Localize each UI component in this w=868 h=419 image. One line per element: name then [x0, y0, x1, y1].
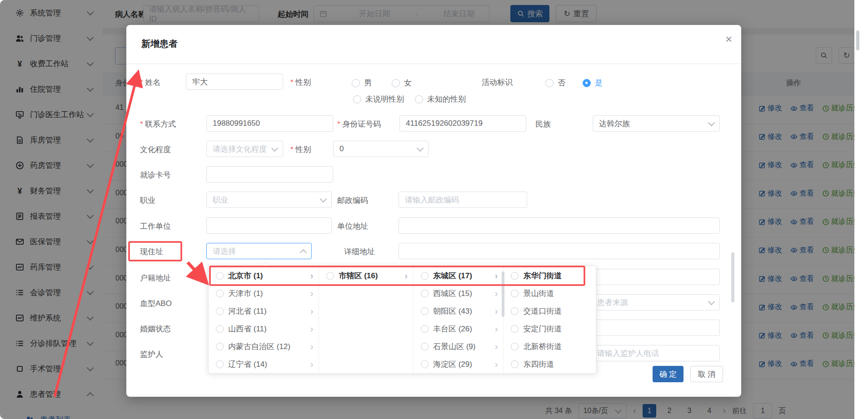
- cascader-street-option[interactable]: 北新桥街道: [504, 338, 596, 355]
- cascader-district-option[interactable]: 东城区 (17) ›: [414, 267, 504, 285]
- radio-icon: [216, 272, 224, 280]
- nation-select[interactable]: 达斡尔族: [593, 115, 720, 132]
- chevron-down-icon: [708, 298, 715, 305]
- cascader-district-option[interactable]: 石景山区 (9) ›: [414, 338, 504, 355]
- cascader-province-option[interactable]: 辽宁省 (14) ›: [209, 355, 319, 373]
- name-input[interactable]: 牢大: [186, 74, 283, 90]
- chevron-down-icon: [271, 144, 279, 152]
- dialog-scrollbar-thumb[interactable]: [731, 252, 734, 302]
- radio-icon: [421, 307, 429, 315]
- cascader-district-option[interactable]: 丰台区 (26) ›: [414, 320, 504, 338]
- chevron-right-icon: ›: [310, 306, 314, 316]
- cascader-district-option[interactable]: 朝阳区 (43) ›: [414, 302, 504, 320]
- card-no-input[interactable]: [206, 166, 333, 182]
- radio-icon: [216, 325, 224, 333]
- gender2-select[interactable]: 0: [333, 141, 429, 157]
- guardian-phone-input[interactable]: 请输入监护人电话: [591, 345, 720, 361]
- cascader-province-option[interactable]: 天津市 (1) ›: [209, 285, 319, 302]
- address-cascader-dropdown: 北京市 (1) › 天津市 (1) › 河北省 (11) › 山西省 (11) …: [208, 266, 597, 374]
- contact-input[interactable]: 19880991650: [206, 115, 333, 132]
- marital-label: 婚姻状态: [140, 324, 171, 334]
- cascader-province-column: 北京市 (1) › 天津市 (1) › 河北省 (11) › 山西省 (11) …: [209, 266, 319, 373]
- radio-icon: [421, 272, 429, 280]
- dialog-divider: [126, 64, 741, 64]
- cancel-button[interactable]: 取 消: [690, 366, 723, 382]
- radio-icon: [511, 360, 519, 368]
- unit-address-input[interactable]: [399, 217, 720, 234]
- id-card-input[interactable]: 411625192602039719: [399, 115, 526, 132]
- occupation-select[interactable]: 职业: [206, 192, 332, 208]
- radio-icon: [421, 290, 429, 297]
- cascader-district-option[interactable]: 西城区 (15) ›: [414, 285, 504, 302]
- chevron-right-icon: ›: [310, 359, 314, 370]
- close-icon[interactable]: ×: [725, 33, 732, 45]
- app-root: 系统管理 门诊管理 收费工作站 住院管理 门诊医生工作站 库房管理 药房管理: [0, 0, 868, 419]
- blood-label: 血型ABO: [140, 298, 172, 309]
- marital-right-input[interactable]: [591, 320, 720, 336]
- chevron-down-icon: [708, 119, 715, 126]
- occupation-label: 职业: [140, 195, 155, 206]
- unit-address-label: 单位地址: [337, 221, 368, 232]
- chevron-down-icon: [320, 195, 327, 202]
- chevron-right-icon: ›: [310, 341, 314, 352]
- cascader-city-column: 市辖区 (16) ›: [319, 266, 414, 373]
- gender-label: 性别: [290, 77, 311, 88]
- detail-address-input[interactable]: [399, 243, 720, 259]
- cascader-province-option[interactable]: 山西省 (11) ›: [209, 320, 319, 338]
- work-unit-label: 工作单位: [140, 221, 171, 232]
- gender-radio-female[interactable]: 女: [392, 78, 412, 88]
- confirm-button[interactable]: 确 定: [653, 366, 683, 382]
- cascader-street-option[interactable]: 东华门街道: [504, 267, 596, 285]
- window-scrollbar-thumb[interactable]: [856, 30, 859, 50]
- active-radio-no[interactable]: 否: [545, 78, 565, 88]
- cascader-province-option[interactable]: 北京市 (1) ›: [209, 267, 319, 285]
- postcode-input[interactable]: 请输入邮政编码: [399, 192, 527, 208]
- current-address-cascader[interactable]: 请选择: [206, 243, 312, 259]
- cascader-province-option[interactable]: 河北省 (11) ›: [209, 302, 319, 320]
- nation-label: 民族: [535, 119, 551, 129]
- radio-icon: [511, 325, 519, 333]
- radio-icon: [545, 79, 554, 87]
- cascader-district-option[interactable]: 海淀区 (29) ›: [414, 355, 504, 373]
- radio-icon: [421, 325, 429, 333]
- active-radio-yes[interactable]: 是: [583, 78, 603, 88]
- postcode-label: 邮政编码: [337, 195, 368, 206]
- work-unit-input[interactable]: [206, 217, 332, 234]
- chevron-right-icon: ›: [495, 271, 498, 281]
- chevron-right-icon: ›: [310, 324, 314, 334]
- cascader-street-option[interactable]: 东四街道: [504, 355, 596, 373]
- cascader-street-option[interactable]: 交道口街道: [504, 302, 596, 320]
- radio-icon: [352, 79, 360, 87]
- radio-checked-icon: [583, 79, 591, 87]
- gender-radio-unknown[interactable]: 未知的性别: [415, 94, 466, 104]
- education-label: 文化程度: [140, 144, 171, 155]
- cascader-street-option[interactable]: 景山街道: [504, 285, 596, 302]
- window-scrollbar-track: [854, 0, 868, 419]
- gender-radio-male[interactable]: 男: [352, 78, 372, 88]
- cascader-city-option[interactable]: 市辖区 (16) ›: [319, 267, 413, 285]
- radio-icon: [216, 360, 224, 368]
- radio-icon: [511, 272, 519, 280]
- radio-icon: [326, 272, 334, 280]
- cascader-scrollbar-thumb[interactable]: [502, 271, 504, 317]
- radio-icon: [353, 95, 361, 104]
- guardian-label: 监护人: [140, 349, 163, 360]
- patient-source-select[interactable]: 患者来源: [591, 294, 720, 311]
- cascader-street-option[interactable]: 安定门街道: [504, 320, 596, 338]
- radio-icon: [511, 290, 519, 297]
- active-flag-label: 活动标识: [482, 77, 513, 88]
- chevron-right-icon: ›: [495, 288, 498, 299]
- current-address-label: 现住址: [140, 246, 163, 257]
- radio-icon: [415, 95, 423, 104]
- education-select[interactable]: 请选择文化程度: [206, 141, 283, 157]
- chevron-right-icon: ›: [495, 359, 498, 370]
- cascader-province-option[interactable]: 内蒙古自治区 (12) ›: [209, 338, 319, 355]
- name-label: 姓名: [140, 77, 160, 88]
- radio-icon: [216, 307, 224, 315]
- contact-label: 联系方式: [140, 119, 176, 129]
- detail-address-label: 详细地址: [344, 246, 375, 257]
- chevron-right-icon: ›: [495, 306, 498, 316]
- gender-radio-unspecified[interactable]: 未说明性别: [353, 94, 404, 104]
- chevron-right-icon: ›: [310, 271, 314, 281]
- radio-icon: [421, 343, 429, 350]
